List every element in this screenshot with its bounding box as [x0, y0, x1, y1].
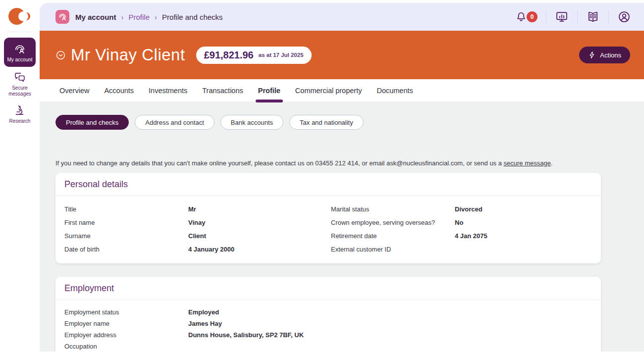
detail-label: External customer ID: [331, 243, 455, 256]
breadcrumb-my-account[interactable]: My account: [75, 13, 116, 21]
breadcrumb-current-page: Profile and checks: [162, 13, 223, 21]
chat-bubbles-icon: [13, 71, 26, 84]
detail-label: Employer address: [64, 329, 188, 341]
sidebar-item-label: My account: [4, 57, 36, 63]
detail-label: Surname: [64, 229, 188, 243]
logo-circle-white: [18, 11, 28, 21]
main-content: Profile and checks Address and contact B…: [40, 101, 644, 352]
lightning-bolt-icon: [588, 51, 596, 59]
personal-details-card: Personal details Title Mr Marital status…: [55, 173, 601, 263]
detail-value: 4 Jan 2075: [455, 229, 592, 243]
detail-value: Employed: [188, 306, 592, 318]
contact-notice-period: .: [551, 159, 553, 167]
contact-notice-text: If you need to change any details that y…: [55, 159, 504, 167]
nucleus-logo[interactable]: [8, 7, 31, 25]
detail-value: Divorced: [455, 202, 592, 216]
contact-notice: If you need to change any details that y…: [55, 159, 644, 167]
chevron-down-circle-icon: [55, 50, 66, 60]
detail-label: Marital status: [331, 202, 455, 216]
client-selector-toggle[interactable]: [55, 50, 66, 60]
topbar-divider: [577, 10, 578, 24]
topbar-divider: [546, 10, 546, 24]
breadcrumb-separator: ›: [155, 13, 157, 21]
detail-value: [188, 341, 592, 352]
breadcrumb-profile[interactable]: Profile: [129, 13, 150, 21]
library-icon: [586, 10, 600, 24]
sidebar-divider: [6, 32, 34, 32]
detail-label: Employment status: [64, 306, 188, 318]
portfolio-value: £91,821.96: [204, 50, 254, 61]
subtab-address-and-contact[interactable]: Address and contact: [135, 115, 215, 130]
card-title: Personal details: [55, 173, 601, 196]
detail-value: No: [455, 216, 592, 229]
actions-button[interactable]: Actions: [579, 47, 630, 63]
fingerprint-person-icon: [57, 12, 67, 22]
app-window: My account Secure messages Research: [0, 0, 644, 354]
breadcrumb: My account › Profile › Profile and check…: [75, 13, 223, 21]
client-banner: Mr Vinay Client £91,821.96 as at 17 Jul …: [40, 31, 644, 79]
bottom-strip: [0, 352, 644, 354]
tab-profile[interactable]: Profile: [258, 79, 280, 101]
detail-value: [455, 243, 592, 256]
detail-label: Date of birth: [64, 243, 188, 256]
client-name: Mr Vinay Client: [71, 46, 185, 64]
detail-value: Dunns House, Salisbury, SP2 7BF, UK: [188, 329, 592, 341]
detail-label: Occupation: [64, 341, 188, 352]
monitor-chart-icon: [555, 10, 569, 24]
topbar-divider: [608, 10, 609, 24]
bell-icon: [515, 10, 528, 23]
library-button[interactable]: [586, 10, 600, 24]
subtab-bank-accounts[interactable]: Bank accounts: [220, 115, 283, 130]
breadcrumb-separator: ›: [121, 13, 124, 21]
tab-investments[interactable]: Investments: [149, 79, 187, 101]
detail-value: 4 January 2000: [188, 243, 331, 256]
sidebar-item-secure-messages[interactable]: Secure messages: [3, 71, 37, 97]
employment-grid: Employment status Employed Employer name…: [64, 306, 592, 352]
profile-subtabs: Profile and checks Address and contact B…: [40, 101, 644, 130]
subtab-profile-and-checks[interactable]: Profile and checks: [55, 115, 129, 130]
personal-details-grid: Title Mr Marital status Divorced First n…: [64, 202, 592, 256]
detail-label: Crown employee, serving overseas?: [331, 216, 455, 229]
top-bar: My account › Profile › Profile and check…: [40, 3, 644, 31]
account-icon: [617, 10, 631, 24]
sidebar: My account Secure messages Research: [0, 0, 40, 354]
fingerprint-person-icon: [13, 43, 26, 55]
employment-card: Employment Employment status Employed Em…: [55, 277, 601, 354]
account-menu-button[interactable]: [617, 10, 631, 24]
breadcrumb-section-icon[interactable]: [55, 10, 69, 24]
tab-transactions[interactable]: Transactions: [202, 79, 243, 101]
tab-accounts[interactable]: Accounts: [104, 79, 134, 101]
secure-message-link[interactable]: secure message: [504, 159, 551, 167]
portfolio-value-pill: £91,821.96 as at 17 Jul 2025: [196, 47, 312, 64]
tab-commercial-property[interactable]: Commercial property: [295, 79, 362, 101]
client-tabs: Overview Accounts Investments Transactio…: [40, 79, 644, 101]
valuation-date: as at 17 Jul 2025: [259, 52, 304, 58]
notification-count-badge: 0: [527, 11, 537, 22]
card-title: Employment: [55, 277, 601, 300]
detail-label: First name: [64, 216, 188, 229]
detail-value: Vinay: [188, 216, 331, 229]
dashboard-button[interactable]: [555, 10, 569, 24]
detail-value: James Hay: [188, 318, 592, 329]
subtab-tax-and-nationality[interactable]: Tax and nationality: [289, 115, 364, 130]
tab-overview[interactable]: Overview: [59, 79, 89, 101]
detail-value: Mr: [188, 202, 331, 216]
detail-label: Title: [64, 202, 188, 216]
detail-label: Employer name: [64, 318, 188, 329]
detail-value: Client: [188, 229, 331, 243]
notifications-button[interactable]: 0: [515, 10, 537, 23]
tab-documents[interactable]: Documents: [376, 79, 413, 101]
detail-label: Retirement date: [331, 229, 455, 243]
sidebar-item-research[interactable]: Research: [3, 104, 37, 124]
sidebar-item-label: Secure messages: [3, 85, 37, 97]
topbar-actions: 0: [515, 10, 631, 24]
sidebar-item-label: Research: [3, 118, 37, 124]
actions-button-label: Actions: [600, 51, 621, 59]
microscope-icon: [13, 104, 26, 117]
sidebar-item-my-account[interactable]: My account: [4, 38, 36, 67]
